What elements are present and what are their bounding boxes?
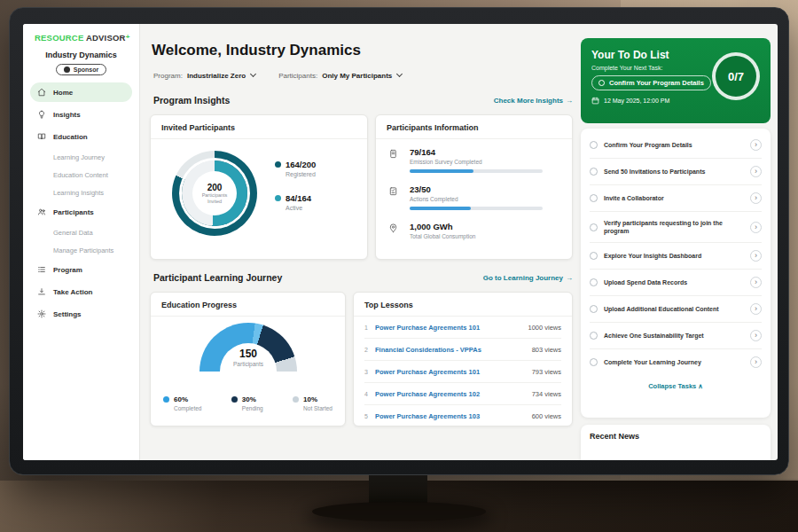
sponsor-label: Sponsor xyxy=(74,66,98,73)
lesson-row: 1 Power Purchase Agreements 101 1000 vie… xyxy=(364,317,561,339)
sidebar-item-label: Education xyxy=(53,133,88,141)
task-label: Achieve One Sustainability Target xyxy=(604,332,744,340)
legend-completed: 60% Completed xyxy=(163,395,201,411)
task-item[interactable]: Confirm Your Program Details › xyxy=(590,132,762,159)
sidebar-item-label: Participants xyxy=(53,208,94,216)
sidebar-item-learning-insights[interactable]: Learning Insights xyxy=(30,184,132,201)
collapse-tasks-label: Collapse Tasks xyxy=(648,382,696,390)
task-item[interactable]: Upload Spend Data Records › xyxy=(590,270,762,296)
sidebar-item-manage-participants[interactable]: Manage Participants xyxy=(30,242,132,259)
task-item[interactable]: Upload Additional Educational Content › xyxy=(590,296,762,323)
sidebar-item-label: Insights xyxy=(53,111,81,119)
emission-survey-progressbar xyxy=(410,169,543,173)
collapse-tasks-link[interactable]: Collapse Tasks ∧ xyxy=(590,375,762,397)
chevron-right-icon[interactable]: › xyxy=(750,356,762,368)
chevron-right-icon[interactable]: › xyxy=(750,222,762,233)
global-consumption-value: 1,000 GWh xyxy=(410,222,475,231)
task-checkbox-icon xyxy=(598,80,605,86)
task-label: Upload Additional Educational Content xyxy=(604,305,744,313)
task-item[interactable]: Explore Your Insights Dashboard › xyxy=(590,243,762,270)
actions-completed-value: 23/50 xyxy=(410,184,543,194)
chevron-down-icon xyxy=(396,71,403,77)
lesson-views: 793 views xyxy=(532,368,561,376)
lesson-link[interactable]: Power Purchase Agreements 102 xyxy=(375,390,532,398)
task-item[interactable]: Verify participants requesting to join t… xyxy=(590,212,762,243)
chevron-right-icon[interactable]: › xyxy=(750,250,762,262)
invited-donut-center: 200 Participants Invited xyxy=(192,171,237,215)
education-progress-card: Education Progress 150 Participants 60% … xyxy=(150,292,346,426)
sidebar-item-education-content[interactable]: Education Content xyxy=(30,167,132,184)
invited-participants-card: Invited Participants 200 Participants In… xyxy=(150,114,368,260)
chevron-right-icon[interactable]: › xyxy=(750,166,762,177)
task-item[interactable]: Send 50 Invitations to Participants › xyxy=(590,159,762,185)
task-checkbox-icon[interactable] xyxy=(590,278,598,286)
program-insights-header: Program Insights Check More Insights→ xyxy=(153,95,573,106)
program-filter[interactable]: Program:Industrialize Zero xyxy=(153,72,255,80)
sidebar-item-settings[interactable]: Settings xyxy=(30,304,132,324)
task-label: Explore Your Insights Dashboard xyxy=(604,252,744,260)
chevron-right-icon[interactable]: › xyxy=(750,303,762,315)
registered-value: 164/200 xyxy=(286,160,316,169)
task-checkbox-icon[interactable] xyxy=(590,194,598,202)
chevron-right-icon[interactable]: › xyxy=(750,330,762,341)
global-consumption-label: Total Global Consumption xyxy=(410,233,475,239)
lesson-link[interactable]: Power Purchase Agreements 101 xyxy=(375,324,528,332)
pending-dot-icon xyxy=(231,396,238,403)
task-checkbox-icon[interactable] xyxy=(590,332,598,340)
chevron-right-icon[interactable]: › xyxy=(750,139,762,151)
lesson-link[interactable]: Power Purchase Agreements 103 xyxy=(375,412,532,420)
home-icon xyxy=(37,88,46,97)
lesson-link[interactable]: Financial Considerations - VPPAs xyxy=(375,346,532,354)
task-item[interactable]: Complete Your Learning Journey › xyxy=(590,349,762,375)
sidebar-item-take-action[interactable]: Take Action xyxy=(30,282,132,301)
sidebar-item-general-data[interactable]: General Data xyxy=(30,224,132,241)
task-checkbox-icon[interactable] xyxy=(590,223,598,231)
registered-label: Registered xyxy=(286,171,316,177)
todo-progress-ring: 0/7 xyxy=(712,52,760,100)
active-label: Active xyxy=(286,205,316,211)
participants-filter[interactable]: Participants:Only My Participants xyxy=(278,72,402,80)
emission-survey-value: 79/164 xyxy=(410,147,543,157)
education-progress-title: Education Progress xyxy=(151,293,345,317)
not-started-label: Not Started xyxy=(303,405,332,411)
completed-pct: 60% xyxy=(174,395,188,403)
invited-participants-title: Invited Participants xyxy=(151,115,367,139)
chevron-right-icon[interactable]: › xyxy=(750,192,762,204)
task-checkbox-icon[interactable] xyxy=(590,141,598,149)
task-checkbox-icon[interactable] xyxy=(590,252,598,260)
go-to-learning-journey-label: Go to Learning Journey xyxy=(483,274,563,282)
todo-progress-value: 0/7 xyxy=(728,70,744,83)
completed-label: Completed xyxy=(174,405,201,411)
todo-next-task[interactable]: Confirm Your Program Details xyxy=(591,75,711,90)
sidebar-item-participants[interactable]: Participants xyxy=(30,202,132,222)
lesson-row: 2 Financial Considerations - VPPAs 803 v… xyxy=(364,339,561,361)
recent-news-card: Recent News xyxy=(581,425,771,460)
lesson-rank: 1 xyxy=(364,325,375,331)
sidebar-item-label: Manage Participants xyxy=(53,246,113,254)
go-to-learning-journey-link[interactable]: Go to Learning Journey→ xyxy=(483,274,573,282)
filter-bar: Program:Industrialize Zero Participants:… xyxy=(153,72,402,80)
sidebar-item-learning-journey[interactable]: Learning Journey xyxy=(30,149,132,166)
not-started-pct: 10% xyxy=(303,395,317,403)
lesson-row: 4 Power Purchase Agreements 102 734 view… xyxy=(364,383,561,405)
chevron-right-icon[interactable]: › xyxy=(750,277,762,288)
task-label: Complete Your Learning Journey xyxy=(604,358,744,366)
check-more-insights-link[interactable]: Check More Insights→ xyxy=(494,97,573,105)
sidebar-item-program[interactable]: Program xyxy=(30,260,132,279)
task-checkbox-icon[interactable] xyxy=(590,168,598,176)
emission-survey-label: Emission Survey Completed xyxy=(410,159,543,165)
task-item[interactable]: Invite a Collaborator › xyxy=(590,185,762,212)
sidebar-item-insights[interactable]: Insights xyxy=(30,105,132,124)
task-item[interactable]: Achieve One Sustainability Target › xyxy=(590,323,762,349)
task-checkbox-icon[interactable] xyxy=(590,305,598,313)
gauge-center: 150 Participants xyxy=(200,348,297,367)
education-gauge-chart: 150 Participants xyxy=(200,323,297,390)
lesson-views: 1000 views xyxy=(528,324,561,332)
sidebar-item-education[interactable]: Education xyxy=(30,127,132,146)
legend-registered: 164/200 Registered xyxy=(275,160,316,177)
active-value: 84/164 xyxy=(286,193,311,203)
lesson-link[interactable]: Power Purchase Agreements 101 xyxy=(375,368,532,376)
sidebar-item-home[interactable]: Home xyxy=(30,82,132,102)
task-checkbox-icon[interactable] xyxy=(590,358,598,366)
top-lessons-title: Top Lessons xyxy=(354,293,572,317)
